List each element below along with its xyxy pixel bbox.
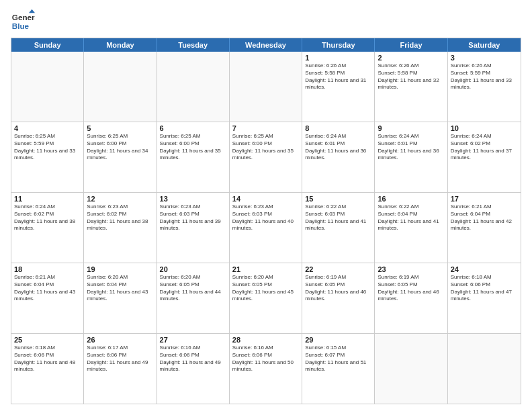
calendar-cell: 28Sunrise: 6:16 AMSunset: 6:06 PMDayligh… [230,334,302,404]
day-number: 6 [160,124,226,132]
calendar-cell: 5Sunrise: 6:25 AMSunset: 6:00 PMDaylight… [84,122,157,192]
day-number: 14 [232,195,299,203]
day-number: 21 [232,265,299,273]
page-header: General Blue [11,8,521,32]
svg-text:General: General [12,13,35,21]
weekday-header-tuesday: Tuesday [157,38,230,52]
weekday-header-monday: Monday [84,38,157,52]
day-info: Sunrise: 6:26 AMSunset: 5:58 PMDaylight:… [378,62,444,91]
calendar-cell: 12Sunrise: 6:23 AMSunset: 6:02 PMDayligh… [84,193,157,263]
day-number: 18 [14,265,81,273]
day-number: 17 [451,195,518,203]
calendar-cell: 22Sunrise: 6:19 AMSunset: 6:05 PMDayligh… [302,263,375,333]
calendar-cell: 27Sunrise: 6:16 AMSunset: 6:06 PMDayligh… [157,334,230,404]
day-number: 2 [378,54,444,62]
calendar: SundayMondayTuesdayWednesdayThursdayFrid… [11,38,521,404]
day-number: 25 [14,336,81,344]
calendar-cell: 25Sunrise: 6:18 AMSunset: 6:06 PMDayligh… [11,334,84,404]
calendar-cell [157,52,230,122]
calendar-row-4: 25Sunrise: 6:18 AMSunset: 6:06 PMDayligh… [11,333,521,404]
day-info: Sunrise: 6:24 AMSunset: 6:01 PMDaylight:… [305,133,371,162]
day-info: Sunrise: 6:20 AMSunset: 6:04 PMDaylight:… [87,274,153,303]
calendar-cell: 2Sunrise: 6:26 AMSunset: 5:58 PMDaylight… [375,52,447,122]
calendar-cell: 7Sunrise: 6:25 AMSunset: 6:00 PMDaylight… [230,122,302,192]
calendar-cell: 29Sunrise: 6:15 AMSunset: 6:07 PMDayligh… [302,334,375,404]
weekday-header-friday: Friday [375,38,447,52]
day-info: Sunrise: 6:16 AMSunset: 6:06 PMDaylight:… [232,345,299,373]
day-info: Sunrise: 6:18 AMSunset: 6:06 PMDaylight:… [451,274,518,303]
calendar-cell: 6Sunrise: 6:25 AMSunset: 6:00 PMDaylight… [157,122,230,192]
day-number: 1 [305,54,371,62]
day-info: Sunrise: 6:26 AMSunset: 5:58 PMDaylight:… [305,62,371,91]
day-info: Sunrise: 6:23 AMSunset: 6:03 PMDaylight:… [160,203,226,232]
calendar-cell [375,334,447,404]
svg-text:Blue: Blue [12,21,30,30]
calendar-cell [84,52,157,122]
day-number: 27 [160,336,226,344]
day-info: Sunrise: 6:26 AMSunset: 5:59 PMDaylight:… [451,62,518,91]
day-number: 28 [232,336,299,344]
day-number: 19 [87,265,153,273]
day-number: 24 [451,265,518,273]
day-info: Sunrise: 6:24 AMSunset: 6:01 PMDaylight:… [378,133,444,162]
day-info: Sunrise: 6:21 AMSunset: 6:04 PMDaylight:… [14,274,81,303]
day-info: Sunrise: 6:25 AMSunset: 6:00 PMDaylight:… [232,133,299,162]
weekday-header-wednesday: Wednesday [230,38,302,52]
day-info: Sunrise: 6:19 AMSunset: 6:05 PMDaylight:… [378,274,444,303]
logo-icon: General Blue [11,8,35,32]
calendar-cell: 14Sunrise: 6:23 AMSunset: 6:03 PMDayligh… [230,193,302,263]
calendar-cell: 17Sunrise: 6:21 AMSunset: 6:04 PMDayligh… [448,193,521,263]
calendar-cell: 1Sunrise: 6:26 AMSunset: 5:58 PMDaylight… [302,52,375,122]
day-info: Sunrise: 6:25 AMSunset: 6:00 PMDaylight:… [87,133,153,162]
day-info: Sunrise: 6:22 AMSunset: 6:03 PMDaylight:… [305,203,371,232]
calendar-cell [448,334,521,404]
day-number: 4 [14,124,81,132]
weekday-header-saturday: Saturday [448,38,521,52]
calendar-cell: 11Sunrise: 6:24 AMSunset: 6:02 PMDayligh… [11,193,84,263]
calendar-body: 1Sunrise: 6:26 AMSunset: 5:58 PMDaylight… [11,52,521,404]
day-info: Sunrise: 6:24 AMSunset: 6:02 PMDaylight:… [451,133,518,162]
day-number: 29 [305,336,371,344]
calendar-row-0: 1Sunrise: 6:26 AMSunset: 5:58 PMDaylight… [11,52,521,122]
day-info: Sunrise: 6:18 AMSunset: 6:06 PMDaylight:… [14,345,81,373]
day-info: Sunrise: 6:20 AMSunset: 6:05 PMDaylight:… [232,274,299,303]
day-number: 15 [305,195,371,203]
day-number: 3 [451,54,518,62]
calendar-cell: 9Sunrise: 6:24 AMSunset: 6:01 PMDaylight… [375,122,447,192]
day-number: 8 [305,124,371,132]
day-number: 23 [378,265,444,273]
day-number: 16 [378,195,444,203]
calendar-cell [230,52,302,122]
calendar-cell: 3Sunrise: 6:26 AMSunset: 5:59 PMDaylight… [448,52,521,122]
day-info: Sunrise: 6:23 AMSunset: 6:02 PMDaylight:… [87,203,153,232]
calendar-cell: 13Sunrise: 6:23 AMSunset: 6:03 PMDayligh… [157,193,230,263]
logo: General Blue [11,8,35,32]
calendar-cell: 21Sunrise: 6:20 AMSunset: 6:05 PMDayligh… [230,263,302,333]
calendar-cell: 8Sunrise: 6:24 AMSunset: 6:01 PMDaylight… [302,122,375,192]
calendar-cell: 20Sunrise: 6:20 AMSunset: 6:05 PMDayligh… [157,263,230,333]
calendar-cell: 10Sunrise: 6:24 AMSunset: 6:02 PMDayligh… [448,122,521,192]
calendar-cell: 4Sunrise: 6:25 AMSunset: 5:59 PMDaylight… [11,122,84,192]
day-info: Sunrise: 6:19 AMSunset: 6:05 PMDaylight:… [305,274,371,303]
calendar-cell [11,52,84,122]
day-info: Sunrise: 6:21 AMSunset: 6:04 PMDaylight:… [451,203,518,232]
day-number: 26 [87,336,153,344]
calendar-cell: 24Sunrise: 6:18 AMSunset: 6:06 PMDayligh… [448,263,521,333]
calendar-cell: 16Sunrise: 6:22 AMSunset: 6:04 PMDayligh… [375,193,447,263]
day-info: Sunrise: 6:24 AMSunset: 6:02 PMDaylight:… [14,203,81,232]
calendar-cell: 19Sunrise: 6:20 AMSunset: 6:04 PMDayligh… [84,263,157,333]
day-info: Sunrise: 6:22 AMSunset: 6:04 PMDaylight:… [378,203,444,232]
day-number: 22 [305,265,371,273]
day-info: Sunrise: 6:16 AMSunset: 6:06 PMDaylight:… [160,345,226,373]
day-number: 11 [14,195,81,203]
calendar-cell: 18Sunrise: 6:21 AMSunset: 6:04 PMDayligh… [11,263,84,333]
calendar-row-1: 4Sunrise: 6:25 AMSunset: 5:59 PMDaylight… [11,122,521,192]
calendar-cell: 26Sunrise: 6:17 AMSunset: 6:06 PMDayligh… [84,334,157,404]
calendar-cell: 15Sunrise: 6:22 AMSunset: 6:03 PMDayligh… [302,193,375,263]
day-number: 13 [160,195,226,203]
day-number: 20 [160,265,226,273]
calendar-cell: 23Sunrise: 6:19 AMSunset: 6:05 PMDayligh… [375,263,447,333]
day-info: Sunrise: 6:25 AMSunset: 6:00 PMDaylight:… [160,133,226,162]
day-info: Sunrise: 6:23 AMSunset: 6:03 PMDaylight:… [232,203,299,232]
day-info: Sunrise: 6:25 AMSunset: 5:59 PMDaylight:… [14,133,81,162]
